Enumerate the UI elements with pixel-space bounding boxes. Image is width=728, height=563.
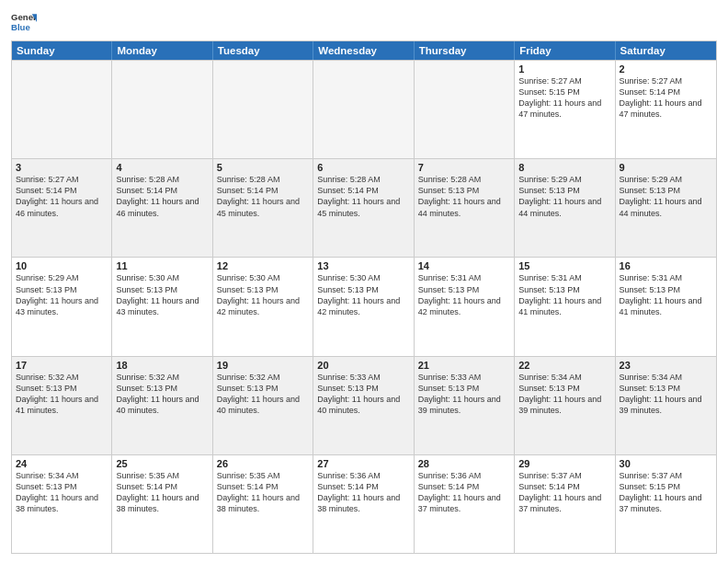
day-info: Sunrise: 5:37 AM Sunset: 5:15 PM Dayligh… <box>620 470 712 515</box>
logo-icon: General Blue <box>11 9 37 35</box>
calendar-cell: 24Sunrise: 5:34 AM Sunset: 5:13 PM Dayli… <box>12 455 112 553</box>
day-number: 25 <box>116 458 208 469</box>
calendar-cell: 9Sunrise: 5:29 AM Sunset: 5:13 PM Daylig… <box>616 159 716 257</box>
day-info: Sunrise: 5:28 AM Sunset: 5:14 PM Dayligh… <box>317 174 409 219</box>
calendar-cell: 8Sunrise: 5:29 AM Sunset: 5:13 PM Daylig… <box>515 159 615 257</box>
weekday-header: Thursday <box>415 41 515 60</box>
calendar-cell: 12Sunrise: 5:30 AM Sunset: 5:13 PM Dayli… <box>213 258 313 355</box>
day-info: Sunrise: 5:29 AM Sunset: 5:13 PM Dayligh… <box>620 174 712 219</box>
day-number: 2 <box>620 63 712 75</box>
day-number: 16 <box>620 260 712 271</box>
day-number: 4 <box>116 162 208 173</box>
day-number: 13 <box>317 260 409 271</box>
calendar-cell: 26Sunrise: 5:35 AM Sunset: 5:14 PM Dayli… <box>213 455 313 553</box>
calendar-body: 1Sunrise: 5:27 AM Sunset: 5:15 PM Daylig… <box>12 60 716 553</box>
calendar-cell: 11Sunrise: 5:30 AM Sunset: 5:13 PM Dayli… <box>112 258 212 355</box>
day-number: 15 <box>518 260 610 271</box>
day-info: Sunrise: 5:28 AM Sunset: 5:13 PM Dayligh… <box>418 174 510 219</box>
day-info: Sunrise: 5:32 AM Sunset: 5:13 PM Dayligh… <box>116 372 208 417</box>
day-number: 12 <box>217 260 309 271</box>
day-info: Sunrise: 5:27 AM Sunset: 5:14 PM Dayligh… <box>16 174 108 219</box>
calendar-cell: 13Sunrise: 5:30 AM Sunset: 5:13 PM Dayli… <box>313 258 414 355</box>
day-number: 26 <box>217 458 309 469</box>
calendar-cell: 4Sunrise: 5:28 AM Sunset: 5:14 PM Daylig… <box>112 159 212 257</box>
day-info: Sunrise: 5:32 AM Sunset: 5:13 PM Dayligh… <box>16 372 108 417</box>
day-info: Sunrise: 5:30 AM Sunset: 5:13 PM Dayligh… <box>217 272 309 317</box>
calendar-cell <box>112 61 212 158</box>
day-info: Sunrise: 5:35 AM Sunset: 5:14 PM Dayligh… <box>217 470 309 515</box>
day-info: Sunrise: 5:33 AM Sunset: 5:13 PM Dayligh… <box>317 372 409 417</box>
day-info: Sunrise: 5:30 AM Sunset: 5:13 PM Dayligh… <box>116 272 208 317</box>
day-info: Sunrise: 5:27 AM Sunset: 5:14 PM Dayligh… <box>620 75 712 121</box>
day-info: Sunrise: 5:27 AM Sunset: 5:15 PM Dayligh… <box>518 75 610 121</box>
header: General Blue <box>11 9 717 35</box>
calendar-cell: 19Sunrise: 5:32 AM Sunset: 5:13 PM Dayli… <box>213 357 313 454</box>
calendar: SundayMondayTuesdayWednesdayThursdayFrid… <box>11 40 717 554</box>
day-info: Sunrise: 5:34 AM Sunset: 5:13 PM Dayligh… <box>16 470 108 515</box>
day-number: 7 <box>418 162 510 173</box>
calendar-cell: 1Sunrise: 5:27 AM Sunset: 5:15 PM Daylig… <box>515 61 615 158</box>
calendar-cell <box>12 61 112 158</box>
calendar-cell <box>415 61 515 158</box>
page: General Blue SundayMondayTuesdayWednesda… <box>0 0 728 563</box>
weekday-header: Saturday <box>616 41 716 60</box>
day-number: 28 <box>418 458 510 469</box>
day-info: Sunrise: 5:29 AM Sunset: 5:13 PM Dayligh… <box>518 174 610 219</box>
weekday-header: Monday <box>112 41 212 60</box>
weekday-header: Friday <box>515 41 615 60</box>
day-info: Sunrise: 5:36 AM Sunset: 5:14 PM Dayligh… <box>317 470 409 515</box>
day-info: Sunrise: 5:36 AM Sunset: 5:14 PM Dayligh… <box>418 470 510 515</box>
day-number: 9 <box>620 162 712 173</box>
day-number: 23 <box>620 360 712 371</box>
day-number: 5 <box>217 162 309 173</box>
calendar-cell: 25Sunrise: 5:35 AM Sunset: 5:14 PM Dayli… <box>112 455 212 553</box>
day-number: 30 <box>620 458 712 469</box>
calendar-row: 24Sunrise: 5:34 AM Sunset: 5:13 PM Dayli… <box>12 454 716 553</box>
calendar-cell: 16Sunrise: 5:31 AM Sunset: 5:13 PM Dayli… <box>616 258 716 355</box>
calendar-cell: 6Sunrise: 5:28 AM Sunset: 5:14 PM Daylig… <box>313 159 414 257</box>
day-info: Sunrise: 5:28 AM Sunset: 5:14 PM Dayligh… <box>116 174 208 219</box>
day-number: 29 <box>518 458 610 469</box>
day-number: 6 <box>317 162 409 173</box>
day-info: Sunrise: 5:34 AM Sunset: 5:13 PM Dayligh… <box>620 372 712 417</box>
calendar-cell <box>213 61 313 158</box>
calendar-row: 17Sunrise: 5:32 AM Sunset: 5:13 PM Dayli… <box>12 356 716 454</box>
day-info: Sunrise: 5:28 AM Sunset: 5:14 PM Dayligh… <box>217 174 309 219</box>
calendar-cell: 22Sunrise: 5:34 AM Sunset: 5:13 PM Dayli… <box>515 357 615 454</box>
day-number: 21 <box>418 360 510 371</box>
day-number: 22 <box>518 360 610 371</box>
day-number: 11 <box>116 260 208 271</box>
calendar-cell: 30Sunrise: 5:37 AM Sunset: 5:15 PM Dayli… <box>616 455 716 553</box>
calendar-row: 3Sunrise: 5:27 AM Sunset: 5:14 PM Daylig… <box>12 158 716 257</box>
weekday-header: Sunday <box>12 41 112 60</box>
calendar-row: 10Sunrise: 5:29 AM Sunset: 5:13 PM Dayli… <box>12 257 716 355</box>
calendar-cell: 28Sunrise: 5:36 AM Sunset: 5:14 PM Dayli… <box>415 455 515 553</box>
day-number: 8 <box>518 162 610 173</box>
calendar-cell: 21Sunrise: 5:33 AM Sunset: 5:13 PM Dayli… <box>415 357 515 454</box>
calendar-cell: 5Sunrise: 5:28 AM Sunset: 5:14 PM Daylig… <box>213 159 313 257</box>
calendar-cell: 2Sunrise: 5:27 AM Sunset: 5:14 PM Daylig… <box>616 61 716 158</box>
day-number: 14 <box>418 260 510 271</box>
day-info: Sunrise: 5:31 AM Sunset: 5:13 PM Dayligh… <box>518 272 610 317</box>
day-info: Sunrise: 5:37 AM Sunset: 5:14 PM Dayligh… <box>518 470 610 515</box>
day-number: 1 <box>518 63 610 75</box>
calendar-row: 1Sunrise: 5:27 AM Sunset: 5:15 PM Daylig… <box>12 60 716 158</box>
day-info: Sunrise: 5:35 AM Sunset: 5:14 PM Dayligh… <box>116 470 208 515</box>
day-number: 3 <box>16 162 108 173</box>
day-number: 18 <box>116 360 208 371</box>
calendar-cell: 20Sunrise: 5:33 AM Sunset: 5:13 PM Dayli… <box>313 357 414 454</box>
day-info: Sunrise: 5:32 AM Sunset: 5:13 PM Dayligh… <box>217 372 309 417</box>
day-info: Sunrise: 5:34 AM Sunset: 5:13 PM Dayligh… <box>518 372 610 417</box>
calendar-cell: 29Sunrise: 5:37 AM Sunset: 5:14 PM Dayli… <box>515 455 615 553</box>
day-number: 24 <box>16 458 108 469</box>
logo: General Blue <box>11 9 37 35</box>
weekday-header: Wednesday <box>313 41 414 60</box>
calendar-cell: 15Sunrise: 5:31 AM Sunset: 5:13 PM Dayli… <box>515 258 615 355</box>
calendar-cell: 18Sunrise: 5:32 AM Sunset: 5:13 PM Dayli… <box>112 357 212 454</box>
calendar-cell: 23Sunrise: 5:34 AM Sunset: 5:13 PM Dayli… <box>616 357 716 454</box>
calendar-cell: 17Sunrise: 5:32 AM Sunset: 5:13 PM Dayli… <box>12 357 112 454</box>
day-number: 20 <box>317 360 409 371</box>
calendar-header: SundayMondayTuesdayWednesdayThursdayFrid… <box>12 41 716 60</box>
day-info: Sunrise: 5:30 AM Sunset: 5:13 PM Dayligh… <box>317 272 409 317</box>
day-info: Sunrise: 5:31 AM Sunset: 5:13 PM Dayligh… <box>620 272 712 317</box>
